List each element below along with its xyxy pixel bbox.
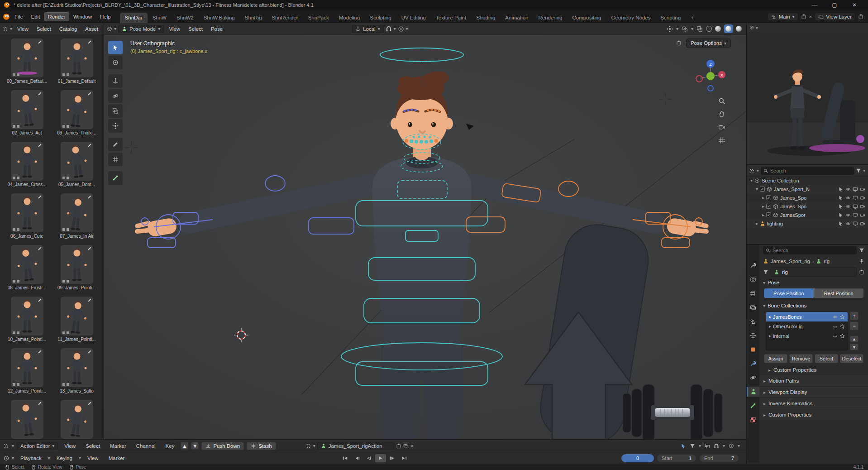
outliner-row[interactable]: ▸ ✓ JamesSpor xyxy=(747,211,868,219)
viewport-disable-icon[interactable] xyxy=(853,204,858,209)
tool-move[interactable] xyxy=(108,74,123,88)
timeline-editor-icon[interactable] xyxy=(4,456,9,461)
asset-thumbnail[interactable] xyxy=(11,193,43,232)
timeline-menu-view[interactable]: View xyxy=(84,454,102,462)
bone-collection-row-selected[interactable]: ▸ JamesBones xyxy=(766,312,848,321)
selectable-icon[interactable] xyxy=(838,187,844,192)
asset-menu-select[interactable]: Select xyxy=(33,25,54,33)
tab-modeling[interactable]: Modeling xyxy=(334,13,365,23)
hide-eye-icon[interactable] xyxy=(845,212,851,218)
asset-thumbnail[interactable] xyxy=(11,38,43,77)
edit-pose-icon[interactable] xyxy=(38,91,42,96)
visibility-eye-icon[interactable] xyxy=(832,314,838,320)
tab-shndar[interactable]: ShnDar xyxy=(120,13,148,23)
edit-pose-icon[interactable] xyxy=(38,246,42,251)
navigation-gizmo[interactable]: Z X xyxy=(693,58,728,94)
new-scene-icon[interactable] xyxy=(801,14,806,19)
preview-chevron-icon[interactable]: ▾ xyxy=(756,25,758,30)
view-layer-selector[interactable]: View Layer xyxy=(815,13,855,21)
tool-pose-breakdowner[interactable] xyxy=(108,171,123,185)
tab-geometry-nodes[interactable]: Geometry Nodes xyxy=(606,13,655,23)
viewport-editor-icon[interactable] xyxy=(107,26,112,32)
asset-thumbnail[interactable] xyxy=(61,193,93,232)
asset-menu-view[interactable]: View xyxy=(14,25,32,33)
viewport-disable-icon[interactable] xyxy=(853,212,858,218)
add-view-layer-icon[interactable] xyxy=(858,14,863,19)
play-reverse-button[interactable] xyxy=(363,454,374,462)
tab-texture-paint[interactable]: Texture Paint xyxy=(431,13,471,23)
custom-properties-panel[interactable]: ▸Custom Properties xyxy=(759,409,868,420)
edit-pose-icon[interactable] xyxy=(38,401,42,406)
expand-icon[interactable]: ▾ xyxy=(756,187,758,192)
normalize-icon[interactable] xyxy=(705,443,710,449)
jump-to-end-button[interactable] xyxy=(399,454,410,462)
tab-shnpack[interactable]: ShnPack xyxy=(303,13,334,23)
tab-add-workspace[interactable]: + xyxy=(686,13,699,23)
proportional-chevron-icon[interactable]: ▾ xyxy=(738,443,740,448)
outliner-row-scene-collection[interactable]: ▾ Scene Collection xyxy=(747,176,868,185)
preview-viewport[interactable]: ▾ xyxy=(747,23,868,165)
properties-search[interactable] xyxy=(763,246,857,254)
expand-icon[interactable]: ▸ xyxy=(762,195,764,200)
asset-thumbnail[interactable] xyxy=(11,245,43,284)
viewport-disable-icon[interactable] xyxy=(853,221,858,226)
menu-edit[interactable]: Edit xyxy=(28,13,44,21)
frame-start-field[interactable]: Start 1 xyxy=(657,454,696,462)
filter-chevron-icon[interactable]: ▾ xyxy=(699,443,701,448)
render-disable-icon[interactable] xyxy=(860,195,865,201)
menu-file[interactable]: File xyxy=(11,13,27,21)
pan-hand-icon[interactable] xyxy=(718,110,725,118)
show-gizmo-icon[interactable] xyxy=(667,26,673,32)
remove-collection-button[interactable]: − xyxy=(850,321,858,330)
asset-pose-item[interactable]: 01_James_Default xyxy=(55,38,99,84)
tool-annotate[interactable] xyxy=(108,138,123,151)
selectable-icon[interactable] xyxy=(838,212,844,218)
snap-magnet-icon[interactable] xyxy=(386,26,392,32)
menu-help[interactable]: Help xyxy=(96,13,114,21)
selectable-icon[interactable] xyxy=(838,195,844,201)
dopesheet-editor-icon[interactable] xyxy=(4,443,9,449)
duplicate-action-icon[interactable] xyxy=(403,443,409,449)
editor-type-chevron-icon[interactable]: ▾ xyxy=(114,26,116,31)
tab-view-layer[interactable] xyxy=(747,302,759,312)
solo-star-icon[interactable] xyxy=(839,324,845,329)
edit-pose-icon[interactable] xyxy=(87,401,92,406)
custom-properties-subpanel[interactable]: ▸Custom Properties xyxy=(759,365,868,375)
tab-shading[interactable]: Shading xyxy=(471,13,500,23)
tool-cursor[interactable] xyxy=(108,56,123,69)
only-selected-icon[interactable] xyxy=(681,443,686,449)
outliner-row[interactable]: ▸ ✓ James_Spo xyxy=(747,193,868,202)
bone-collection-row[interactable]: ▸ OtherAutor ig xyxy=(766,321,848,331)
edit-pose-icon[interactable] xyxy=(87,40,92,44)
asset-thumbnail[interactable] xyxy=(61,245,93,284)
edit-pose-icon[interactable] xyxy=(87,246,92,251)
edit-pose-icon[interactable] xyxy=(87,195,92,199)
browse-action-chevron-icon[interactable]: ▾ xyxy=(313,443,315,448)
asset-pose-item[interactable] xyxy=(55,400,99,439)
shading-material-preview-active[interactable] xyxy=(724,24,733,33)
viewport-menu-select[interactable]: Select xyxy=(185,25,206,33)
expand-icon[interactable]: ▸ xyxy=(762,212,764,217)
asset-pose-item[interactable]: 02_James_Act xyxy=(5,90,49,135)
asset-thumbnail[interactable] xyxy=(11,400,43,439)
tab-modifiers[interactable] xyxy=(747,359,759,369)
minimize-button[interactable]: — xyxy=(805,0,825,10)
solo-star-icon[interactable] xyxy=(839,314,845,320)
tab-output[interactable] xyxy=(747,288,759,298)
timeline-menu-playback[interactable]: Playback xyxy=(17,454,45,462)
tab-scripting[interactable]: Scripting xyxy=(655,13,686,23)
menu-render[interactable]: Render xyxy=(44,13,69,21)
zoom-icon[interactable] xyxy=(718,97,725,105)
expand-icon[interactable]: ▾ xyxy=(750,178,753,183)
play-button[interactable] xyxy=(375,454,386,462)
edit-pose-icon[interactable] xyxy=(87,298,92,302)
filter-chevron-icon[interactable]: ▾ xyxy=(863,168,865,173)
asset-pose-item[interactable]: 03_James_Thinki... xyxy=(55,90,99,135)
asset-thumbnail[interactable] xyxy=(61,142,93,181)
outliner-editor-icon[interactable] xyxy=(749,168,755,173)
add-collection-button[interactable]: + xyxy=(850,312,858,320)
viewport-disable-icon[interactable] xyxy=(853,195,858,201)
asset-pose-item[interactable]: 11_James_Pointi... xyxy=(55,297,99,342)
asset-pose-item[interactable] xyxy=(5,400,49,439)
frame-end-field[interactable]: End 7 xyxy=(699,454,739,462)
